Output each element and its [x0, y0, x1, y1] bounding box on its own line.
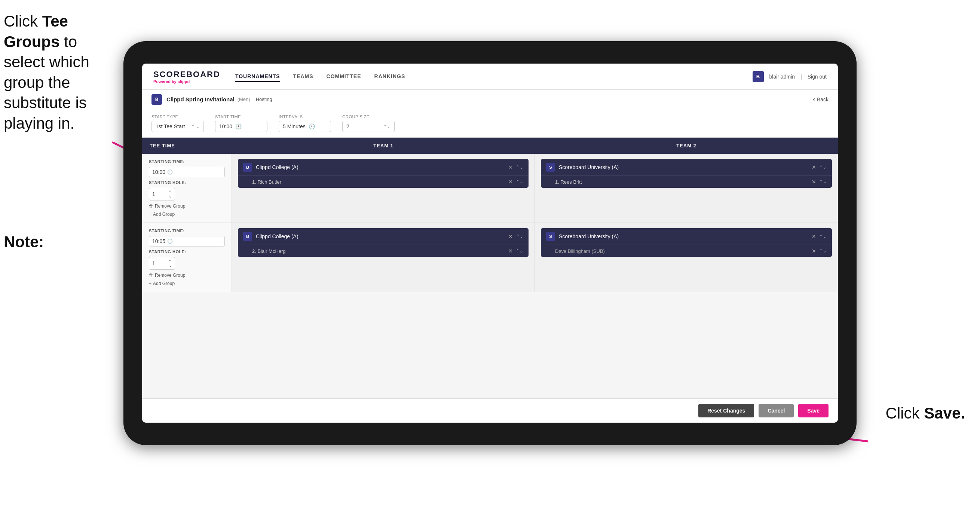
clock-icon-2: 🕙: [309, 123, 315, 129]
stepper-icon: ⌃⌄: [383, 124, 390, 129]
player-name-sub: Dave Billingham (SUB): [555, 248, 812, 254]
close-icon[interactable]: ✕: [508, 164, 513, 170]
close-icon[interactable]: ✕: [812, 179, 816, 185]
expand-icon[interactable]: ⌃⌄: [819, 248, 827, 253]
nav-teams[interactable]: TEAMS: [293, 72, 313, 82]
separator: |: [800, 74, 802, 80]
start-time-input[interactable]: 10:00 🕙: [215, 121, 267, 132]
nav-rankings[interactable]: RANKINGS: [374, 72, 406, 82]
nav-tournaments[interactable]: TOURNAMENTS: [235, 72, 280, 82]
expand-icon[interactable]: ⌃⌄: [819, 179, 827, 185]
reset-changes-button[interactable]: Reset Changes: [698, 404, 754, 417]
breadcrumb-hosting: Hosting: [256, 97, 272, 102]
stepper-icon-3: ⌃⌄: [169, 259, 172, 267]
close-icon[interactable]: ✕: [812, 233, 816, 239]
expand-icon[interactable]: ⌃⌄: [516, 179, 523, 185]
tablet-device: SCOREBOARD Powered by clippd TOURNAMENTS…: [123, 41, 857, 445]
expand-icon[interactable]: ⌃⌄: [819, 165, 827, 170]
player-actions-sub: ✕ ⌃⌄: [812, 248, 827, 254]
clock-icon: 🕙: [235, 123, 242, 129]
start-time-label: Start Time: [215, 115, 267, 119]
starting-hole-label-2: STARTING HOLE:: [149, 250, 225, 254]
expand-icon[interactable]: ⌃⌄: [516, 248, 523, 253]
remove-group-button-2[interactable]: 🗑 Remove Group: [149, 273, 225, 278]
intervals-input[interactable]: 5 Minutes 🕙: [278, 121, 331, 132]
nav-links: TOURNAMENTS TEAMS COMMITTEE RANKINGS: [235, 72, 752, 82]
start-time-field: Start Time 10:00 🕙: [215, 115, 267, 132]
trash-icon: 🗑: [149, 204, 153, 209]
player-row: 1. Rees Britt ✕ ⌃⌄: [541, 175, 832, 188]
team2-avatar-2: S: [546, 232, 555, 241]
close-icon[interactable]: ✕: [508, 179, 513, 185]
team1-panel-1: B Clippd College (A) ✕ ⌃⌄ 1. Rich Butler…: [232, 154, 535, 223]
remove-group-button-1[interactable]: 🗑 Remove Group: [149, 204, 225, 209]
team1-panel-2: B Clippd College (A) ✕ ⌃⌄ 2. Blair McHar…: [232, 223, 535, 292]
nav-right: B blair admin | Sign out: [752, 71, 827, 82]
plus-icon: +: [149, 212, 151, 217]
expand-icon[interactable]: ⌃⌄: [819, 234, 827, 239]
team2-avatar-1: S: [546, 163, 555, 172]
team2-panel-1: S Scoreboard University (A) ✕ ⌃⌄ 1. Rees…: [535, 154, 838, 223]
tee-groups: STARTING TIME: 10:00 🕙 STARTING HOLE: 1 …: [142, 154, 838, 398]
close-icon[interactable]: ✕: [508, 233, 513, 239]
navbar: SCOREBOARD Powered by clippd TOURNAMENTS…: [142, 64, 838, 90]
breadcrumb-avatar: B: [151, 94, 162, 105]
sign-out-link[interactable]: Sign out: [808, 74, 827, 80]
player-actions: ✕ ⌃⌄: [508, 179, 523, 185]
group-size-input[interactable]: 2 ⌃⌄: [342, 121, 395, 132]
player-row: 1. Rich Butler ✕ ⌃⌄: [238, 175, 528, 188]
start-type-field: Start Type 1st Tee Start ⌃ ⌄: [151, 115, 204, 132]
nav-committee[interactable]: COMMITTEE: [326, 72, 361, 82]
player-row-sub: Dave Billingham (SUB) ✕ ⌃⌄: [541, 245, 832, 257]
group-size-field: Group Size 2 ⌃⌄: [342, 115, 395, 132]
close-icon[interactable]: ✕: [812, 164, 816, 170]
team2-card-header-1: S Scoreboard University (A) ✕ ⌃⌄: [541, 159, 832, 175]
chevron-down-icon: ⌃ ⌄: [191, 124, 200, 129]
team2-name-2: Scoreboard University (A): [559, 233, 808, 239]
th-team1: Team 1: [232, 138, 535, 154]
breadcrumb-gender: (Men): [237, 97, 250, 102]
starting-time-input-1[interactable]: 10:00 🕙: [149, 167, 225, 177]
team2-card-2: S Scoreboard University (A) ✕ ⌃⌄ Dave Bi…: [541, 228, 832, 257]
tablet-screen: SCOREBOARD Powered by clippd TOURNAMENTS…: [142, 64, 838, 423]
player-actions-2: ✕ ⌃⌄: [508, 248, 523, 254]
left-panel-1: STARTING TIME: 10:00 🕙 STARTING HOLE: 1 …: [142, 154, 232, 223]
close-icon[interactable]: ✕: [508, 248, 513, 254]
starting-time-label-2: STARTING TIME:: [149, 229, 225, 233]
team1-card-header-2: B Clippd College (A) ✕ ⌃⌄: [238, 228, 528, 245]
starting-time-input-2[interactable]: 10:05 🕙: [149, 236, 225, 247]
player-name: 1. Rich Butler: [252, 179, 508, 185]
starting-hole-input-2[interactable]: 1 ⌃⌄: [149, 257, 175, 270]
expand-icon[interactable]: ⌃⌄: [516, 234, 523, 239]
player-row-2: 2. Blair McHarg ✕ ⌃⌄: [238, 245, 528, 257]
cancel-button[interactable]: Cancel: [759, 404, 794, 417]
expand-icon[interactable]: ⌃⌄: [516, 165, 523, 170]
add-group-button-1[interactable]: + Add Group: [149, 212, 225, 217]
instruction-bottom: Note:: [4, 232, 131, 253]
team1-avatar-2: B: [243, 232, 252, 241]
intervals-label: Intervals: [278, 115, 331, 119]
team1-card-1: B Clippd College (A) ✕ ⌃⌄ 1. Rich Butler…: [238, 159, 528, 188]
team2-card-1: S Scoreboard University (A) ✕ ⌃⌄ 1. Rees…: [541, 159, 832, 188]
add-group-button-2[interactable]: + Add Group: [149, 281, 225, 286]
stepper-icon-2: ⌃⌄: [169, 190, 172, 198]
back-button[interactable]: Back: [813, 96, 829, 103]
start-type-input[interactable]: 1st Tee Start ⌃ ⌄: [151, 121, 204, 132]
breadcrumb-bar: B Clippd Spring Invitational (Men) Hosti…: [142, 90, 838, 109]
player-name: 1. Rees Britt: [555, 179, 812, 185]
username: blair admin: [769, 74, 795, 80]
click-save-annotation: Click Save.: [886, 404, 965, 422]
player-actions: ✕ ⌃⌄: [812, 179, 827, 185]
table-header: Tee Time Team 1 Team 2: [142, 138, 838, 154]
th-team2: Team 2: [535, 138, 838, 154]
close-icon[interactable]: ✕: [812, 248, 816, 254]
team2-card-header-2: S Scoreboard University (A) ✕ ⌃⌄: [541, 228, 832, 245]
team1-name-2: Clippd College (A): [256, 233, 504, 239]
action-bar: Reset Changes Cancel Save: [142, 398, 838, 423]
team1-actions-1: ✕ ⌃⌄: [508, 164, 523, 170]
save-button[interactable]: Save: [798, 404, 829, 417]
team1-card-header-1: B Clippd College (A) ✕ ⌃⌄: [238, 159, 528, 175]
tee-group-row: STARTING TIME: 10:00 🕙 STARTING HOLE: 1 …: [142, 154, 838, 223]
team2-name-1: Scoreboard University (A): [559, 164, 808, 170]
starting-hole-input-1[interactable]: 1 ⌃⌄: [149, 188, 175, 201]
